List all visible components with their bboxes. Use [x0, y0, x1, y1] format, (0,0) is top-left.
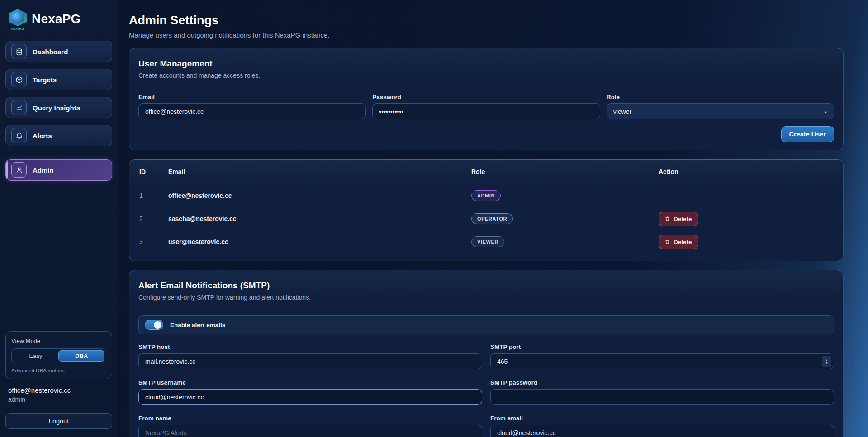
sidebar-item-alerts[interactable]: Alerts	[5, 125, 112, 146]
page-title: Admin Settings	[129, 14, 844, 28]
sidebar-item-query-insights[interactable]: Query Insights	[5, 97, 112, 118]
user-id: 2	[139, 215, 168, 222]
enable-alert-emails-label: Enable alert emails	[170, 322, 225, 329]
smtp-username-label: SMTP username	[138, 379, 482, 386]
current-user: office@nesterovic.cc admin	[5, 379, 112, 403]
delete-user-button[interactable]: Delete	[659, 235, 698, 249]
user-email: user@nesterovic.cc	[168, 238, 471, 245]
table-header: ID Email Role Action	[129, 160, 843, 184]
sidebar-item-label: Admin	[33, 166, 54, 174]
card-subtitle: Create accounts and manage access roles.	[138, 72, 834, 79]
table-row: 3 user@nesterovic.cc VIEWER Delete	[129, 230, 843, 253]
smtp-password-field[interactable]	[490, 389, 834, 405]
table-row: 1 office@nesterovic.cc ADMIN	[129, 184, 843, 207]
password-field[interactable]	[372, 103, 600, 119]
view-mode-segmented-control: Easy DBA	[11, 348, 106, 363]
database-icon	[11, 44, 27, 59]
chart-line-icon	[11, 100, 27, 115]
from-name-label: From name	[138, 415, 482, 422]
sidebar-item-targets[interactable]: Targets	[5, 69, 112, 90]
table-row: 2 sascha@nesterovic.cc OPERATOR Delete	[129, 207, 843, 230]
smtp-password-label: SMTP password	[490, 379, 834, 386]
smtp-host-field[interactable]	[138, 353, 482, 369]
card-title: Alert Email Notifications (SMTP)	[138, 281, 834, 291]
sidebar-item-dashboard[interactable]: Dashboard	[5, 41, 112, 62]
bell-icon	[11, 128, 27, 143]
view-mode-option-easy[interactable]: Easy	[13, 350, 58, 362]
col-id: ID	[139, 168, 168, 175]
current-user-email: office@nesterovic.cc	[8, 386, 109, 394]
app-title: NexaPG	[32, 12, 81, 26]
sidebar-item-label: Alerts	[33, 132, 52, 140]
main-content: Admin Settings Manage users and outgoing…	[118, 0, 868, 437]
user-email: office@nesterovic.cc	[168, 192, 471, 199]
role-badge: OPERATOR	[471, 213, 513, 224]
role-badge: VIEWER	[471, 236, 504, 247]
password-label: Password	[372, 94, 600, 100]
sidebar-item-label: Query Insights	[33, 104, 80, 112]
role-select[interactable]: viewer	[607, 103, 834, 119]
smtp-port-field[interactable]	[490, 353, 834, 369]
logout-button[interactable]: Logout	[5, 413, 112, 429]
sidebar-item-admin[interactable]: Admin	[5, 159, 112, 181]
role-badge: ADMIN	[471, 190, 501, 201]
sidebar: NexaPG NexaPG Dashboard Targets	[0, 0, 118, 437]
page-subtitle: Manage users and outgoing notifications …	[129, 31, 844, 39]
sidebar-item-label: Targets	[33, 76, 57, 84]
nexapg-logo-icon: NexaPG	[8, 9, 27, 29]
current-user-role: admin	[8, 396, 109, 403]
from-email-label: From email	[490, 415, 834, 422]
user-id: 3	[139, 238, 168, 245]
create-user-button[interactable]: Create User	[781, 126, 834, 142]
user-icon	[11, 162, 27, 178]
sidebar-item-label: Dashboard	[33, 48, 68, 56]
brand: NexaPG NexaPG	[5, 9, 112, 41]
user-id: 1	[139, 192, 168, 199]
cube-icon	[11, 72, 27, 87]
view-mode-option-dba[interactable]: DBA	[58, 350, 104, 362]
app-root: NexaPG NexaPG Dashboard Targets	[0, 0, 868, 437]
col-action: Action	[659, 168, 843, 175]
from-email-field[interactable]	[490, 425, 834, 437]
delete-user-button[interactable]: Delete	[659, 212, 698, 226]
number-stepper[interactable]: ▲▼	[822, 356, 831, 367]
smtp-port-label: SMTP port	[490, 343, 834, 350]
users-table-card: ID Email Role Action 1 office@nesterovic…	[129, 159, 844, 261]
card-subtitle: Configure send-only SMTP for warning and…	[138, 294, 834, 301]
sidebar-divider	[6, 324, 111, 324]
from-name-field[interactable]	[138, 425, 482, 437]
view-mode-card: View Mode Easy DBA Advanced DBA metrics	[5, 331, 112, 379]
divider	[138, 308, 834, 308]
user-email: sascha@nesterovic.cc	[168, 215, 471, 222]
divider	[138, 86, 834, 86]
email-label: Email	[138, 94, 366, 100]
trash-icon	[665, 216, 670, 221]
sidebar-nav: Dashboard Targets Query Insights Alerts	[5, 41, 112, 187]
view-mode-hint: Advanced DBA metrics	[11, 368, 106, 373]
col-email: Email	[168, 168, 471, 175]
user-management-card: User Management Create accounts and mana…	[129, 48, 844, 150]
view-mode-label: View Mode	[11, 338, 106, 344]
enable-alert-emails-toggle[interactable]	[145, 320, 163, 330]
card-title: User Management	[138, 59, 834, 69]
enable-alert-emails-row: Enable alert emails	[138, 315, 834, 334]
email-field[interactable]	[138, 103, 366, 119]
sidebar-bottom: View Mode Easy DBA Advanced DBA metrics …	[5, 324, 112, 429]
smtp-username-field[interactable]	[138, 389, 482, 405]
sidebar-divider	[6, 153, 111, 153]
role-label: Role	[607, 94, 834, 100]
smtp-host-label: SMTP host	[138, 343, 482, 350]
col-role: Role	[471, 168, 659, 175]
trash-icon	[665, 239, 670, 244]
smtp-card: Alert Email Notifications (SMTP) Configu…	[129, 270, 844, 437]
